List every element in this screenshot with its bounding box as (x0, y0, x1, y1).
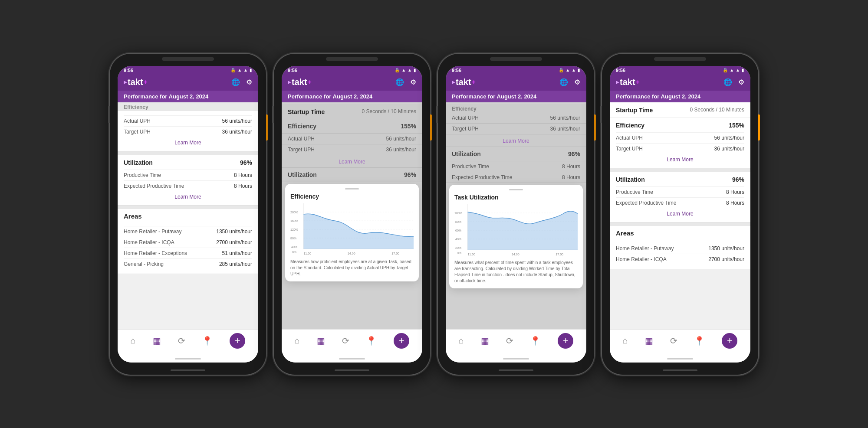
efficiency-chart-popup[interactable]: Efficiency 200% 160% (285, 184, 419, 281)
utilization-chart: 100% 80% 60% 40% 20% 0% 11:00 14:00 17:0… (454, 204, 578, 256)
areas-header-4: Areas (610, 226, 750, 239)
settings-icon[interactable]: ⚙ (246, 78, 252, 86)
productive-time-row-4: Productive Time 8 Hours (616, 186, 744, 197)
area-row-4a: Home Retailer - Putaway 1350 units/hour (616, 243, 744, 254)
utilization-grayed-2: Utilization 96% (282, 168, 422, 182)
area-label-1d: General - Picking (124, 261, 164, 267)
chart-nav-icon-4[interactable]: ⟳ (670, 336, 677, 346)
status-bar-3: 9:56 🔒 ▲ ▲ ▮ (446, 66, 586, 75)
perf-banner-3: Performance for August 2, 2024 (446, 91, 586, 102)
globe-icon-4[interactable]: 🌐 (723, 78, 732, 86)
phone-screen-1: 9:56 🔒 ▲ ▲ ▮ ▸ takt + 🌐 ⚙ (118, 66, 258, 363)
screen-content-4: Startup Time 0 Seconds / 10 Minutes Effi… (610, 102, 750, 329)
grid-nav-icon-3[interactable]: ▦ (481, 336, 489, 346)
expected-productive-value-1: 8 Hours (234, 183, 252, 189)
target-uph-value-4: 36 units/hour (714, 146, 744, 152)
section-gap-4a (610, 168, 750, 172)
wifi-icon: ▲ (243, 68, 248, 72)
learn-more-grayed-3: Learn More (446, 134, 586, 147)
grid-nav-icon-2[interactable]: ▦ (317, 336, 325, 346)
status-bar-4: 9:56 🔒 ▲ ▲ ▮ (610, 66, 750, 75)
learn-more-util-4[interactable]: Learn More (616, 208, 744, 218)
svg-text:200%: 200% (290, 211, 299, 214)
location-nav-icon-4[interactable]: 📍 (694, 336, 705, 346)
app-header-1: ▸ takt + 🌐 ⚙ (118, 75, 258, 91)
location-nav-icon-3[interactable]: 📍 (530, 336, 541, 346)
logo-arrow-2: ▸ (288, 78, 291, 85)
globe-icon-3[interactable]: 🌐 (559, 78, 568, 86)
wifi-icon-4: ▲ (736, 68, 740, 72)
perf-title-4: Performance for August 2, 2024 (616, 93, 744, 100)
logo-text-3: takt (456, 77, 471, 87)
chart-nav-icon[interactable]: ⟳ (178, 336, 185, 346)
efficiency-partial-3: Efficiency (446, 104, 586, 113)
chart-drag-handle[interactable] (345, 188, 359, 189)
chart-nav-icon-2[interactable]: ⟳ (342, 336, 349, 346)
utilization-title-1: Utilization (124, 159, 153, 166)
utilization-grayed-label-2: Utilization (288, 171, 317, 178)
expected-productive-value-4: 8 Hours (726, 200, 744, 206)
add-button-4[interactable]: + (722, 333, 737, 349)
app-logo-4: ▸ takt + (616, 77, 640, 87)
actual-uph-row-1: Actual UPH 56 units/hour (124, 115, 252, 126)
location-nav-icon[interactable]: 📍 (202, 336, 213, 346)
battery-icon: ▮ (250, 68, 252, 72)
target-uph-label-4: Target UPH (616, 146, 643, 152)
home-nav-icon-4[interactable]: ⌂ (622, 336, 628, 346)
learn-more-1[interactable]: Learn More (124, 137, 252, 147)
utilization-value-1: 96% (240, 159, 252, 166)
settings-icon-3[interactable]: ⚙ (574, 78, 580, 86)
phone-screen-2: 9:56 🔒 ▲ ▲ ▮ ▸ takt + 🌐 ⚙ (282, 66, 422, 363)
svg-text:120%: 120% (290, 228, 299, 231)
volume-button-2 (272, 106, 274, 123)
header-icons-2: 🌐 ⚙ (395, 78, 416, 86)
svg-text:40%: 40% (455, 238, 462, 241)
chart-drag-handle-3[interactable] (509, 189, 523, 190)
grid-nav-icon-4[interactable]: ▦ (645, 336, 653, 346)
actual-uph-label-4: Actual UPH (616, 135, 643, 141)
bottom-nav-2: ⌂ ▦ ⟳ 📍 + (282, 329, 422, 352)
signal-icon-2: ▲ (401, 68, 406, 72)
svg-text:17:00: 17:00 (556, 253, 563, 256)
svg-text:17:00: 17:00 (391, 252, 399, 255)
add-button-3[interactable]: + (558, 333, 573, 349)
learn-more-eff-4[interactable]: Learn More (616, 154, 744, 163)
bottom-nav-3: ⌂ ▦ ⟳ 📍 + (446, 329, 586, 352)
battery-icon-4: ▮ (742, 68, 744, 72)
utilization-chart-popup[interactable]: Task Utilization 100% 80% (449, 185, 583, 288)
svg-text:11:00: 11:00 (467, 253, 475, 256)
expected-productive-label-1: Expected Productive Time (124, 183, 184, 189)
efficiency-grayed-value-2: 155% (401, 123, 416, 130)
location-nav-icon-2[interactable]: 📍 (366, 336, 377, 346)
grid-nav-icon[interactable]: ▦ (153, 336, 161, 346)
settings-icon-2[interactable]: ⚙ (410, 78, 416, 86)
target-uph-row-1: Target UPH 36 units/hour (124, 126, 252, 137)
utilization-card-1: Utilization 96% Productive Time 8 Hours … (118, 155, 258, 206)
productive-time-value-4: 8 Hours (726, 189, 744, 195)
svg-text:40%: 40% (291, 245, 298, 248)
target-uph-grayed-3: Target UPH 36 units/hour (446, 124, 586, 134)
add-button-1[interactable]: + (230, 333, 245, 349)
target-uph-row-4: Target UPH 36 units/hour (616, 143, 744, 154)
lock-icon-4: 🔒 (723, 68, 728, 72)
logo-plus-4: + (636, 78, 640, 85)
chart-nav-icon-3[interactable]: ⟳ (506, 336, 513, 346)
area-value-1d: 285 units/hour (219, 261, 252, 267)
phone-2: 9:56 🔒 ▲ ▲ ▮ ▸ takt + 🌐 ⚙ (274, 54, 430, 375)
globe-icon-2[interactable]: 🌐 (395, 78, 404, 86)
area-value-4b: 2700 units/hour (708, 256, 744, 262)
home-nav-icon[interactable]: ⌂ (130, 336, 135, 346)
home-bar-3 (503, 358, 529, 359)
app-logo-1: ▸ takt + (124, 77, 148, 87)
home-nav-icon-2[interactable]: ⌂ (294, 336, 299, 346)
efficiency-card-4: Efficiency 155% Actual UPH 56 units/hour… (610, 118, 750, 168)
learn-more-util-1[interactable]: Learn More (124, 191, 252, 201)
actual-uph-grayed-label-2: Actual UPH (288, 136, 315, 142)
actual-uph-row-4: Actual UPH 56 units/hour (616, 132, 744, 143)
home-nav-icon-3[interactable]: ⌂ (458, 336, 464, 346)
efficiency-partial-header: Efficiency (118, 102, 258, 111)
add-button-2[interactable]: + (394, 333, 409, 349)
productive-time-label-4: Productive Time (616, 189, 653, 195)
globe-icon[interactable]: 🌐 (231, 78, 240, 86)
settings-icon-4[interactable]: ⚙ (738, 78, 744, 86)
